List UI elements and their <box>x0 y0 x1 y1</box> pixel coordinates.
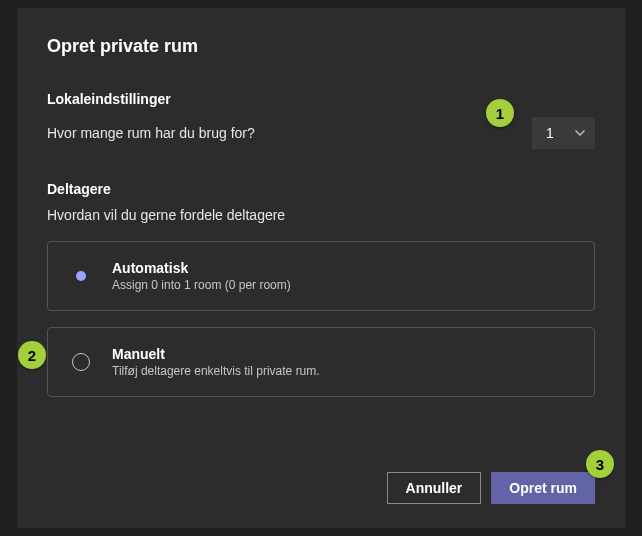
option-manual-text: Manuelt Tilføj deltagere enkeltvis til p… <box>112 346 320 378</box>
option-manual-subtitle: Tilføj deltagere enkeltvis til private r… <box>112 364 320 378</box>
create-rooms-dialog: Opret private rum Lokaleindstillinger Hv… <box>17 8 625 528</box>
room-settings-label: Lokaleindstillinger <box>47 91 595 107</box>
create-button[interactable]: Opret rum <box>491 472 595 504</box>
cancel-button[interactable]: Annuller <box>387 472 482 504</box>
option-manual[interactable]: Manuelt Tilføj deltagere enkeltvis til p… <box>47 327 595 397</box>
annotation-badge-2: 2 <box>18 341 46 369</box>
dialog-footer: Annuller Opret rum <box>387 472 595 504</box>
chevron-down-icon <box>575 128 585 138</box>
participants-label: Deltagere <box>47 181 595 197</box>
option-automatic[interactable]: Automatisk Assign 0 into 1 room (0 per r… <box>47 241 595 311</box>
option-automatic-text: Automatisk Assign 0 into 1 room (0 per r… <box>112 260 291 292</box>
room-count-row: Hvor mange rum har du brug for? 1 <box>47 117 595 149</box>
dialog-title: Opret private rum <box>47 36 595 57</box>
radio-selected-icon <box>72 267 90 285</box>
room-count-value: 1 <box>546 125 554 141</box>
radio-unselected-icon <box>72 353 90 371</box>
participants-prompt: Hvordan vil du gerne fordele deltagere <box>47 207 595 223</box>
option-automatic-title: Automatisk <box>112 260 291 276</box>
option-automatic-subtitle: Assign 0 into 1 room (0 per room) <box>112 278 291 292</box>
annotation-badge-3: 3 <box>586 450 614 478</box>
room-count-select[interactable]: 1 <box>532 117 595 149</box>
annotation-badge-1: 1 <box>486 99 514 127</box>
room-count-prompt: Hvor mange rum har du brug for? <box>47 125 255 141</box>
option-manual-title: Manuelt <box>112 346 320 362</box>
